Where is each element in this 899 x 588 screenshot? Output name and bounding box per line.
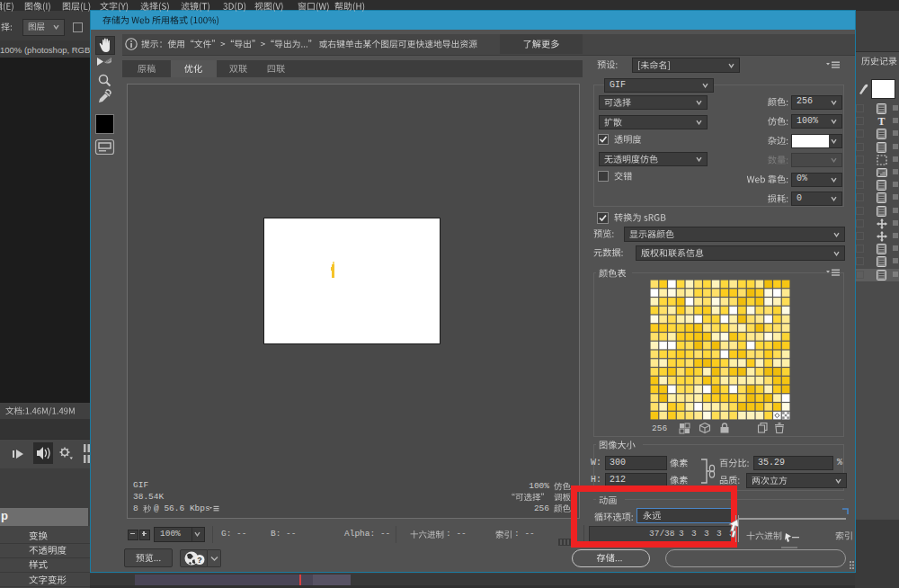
svg-text:T: T [877,115,885,128]
svg-text:?: ? [197,556,202,565]
